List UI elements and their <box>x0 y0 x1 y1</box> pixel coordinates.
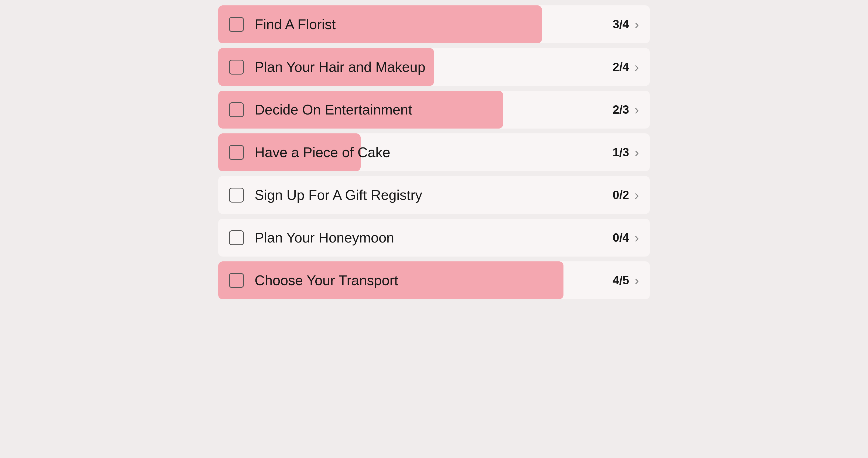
item-meta-cake: 1/3› <box>613 146 639 159</box>
item-label-transport: Choose Your Transport <box>255 272 613 288</box>
item-content-entertainment: Decide On Entertainment2/3› <box>218 102 650 118</box>
checklist-item-gift-registry[interactable]: Sign Up For A Gift Registry0/2› <box>218 176 650 214</box>
item-count-hair-makeup: 2/4 <box>613 60 629 74</box>
checkbox-hair-makeup[interactable] <box>229 60 244 75</box>
chevron-icon-honeymoon: › <box>634 231 639 245</box>
item-label-cake: Have a Piece of Cake <box>255 144 613 161</box>
checklist-container: Find A Florist3/4›Plan Your Hair and Mak… <box>218 5 650 299</box>
checkbox-transport[interactable] <box>229 273 244 288</box>
item-label-find-florist: Find A Florist <box>255 16 613 32</box>
item-count-cake: 1/3 <box>613 146 629 159</box>
item-count-entertainment: 2/3 <box>613 103 629 116</box>
chevron-icon-hair-makeup: › <box>634 60 639 74</box>
item-label-hair-makeup: Plan Your Hair and Makeup <box>255 59 613 75</box>
chevron-icon-gift-registry: › <box>634 188 639 202</box>
checklist-item-honeymoon[interactable]: Plan Your Honeymoon0/4› <box>218 219 650 257</box>
checkbox-entertainment[interactable] <box>229 102 244 117</box>
item-meta-transport: 4/5› <box>613 274 639 287</box>
checklist-item-cake[interactable]: Have a Piece of Cake1/3› <box>218 134 650 171</box>
chevron-icon-transport: › <box>634 274 639 287</box>
item-content-cake: Have a Piece of Cake1/3› <box>218 144 650 161</box>
item-count-find-florist: 3/4 <box>613 18 629 31</box>
chevron-icon-cake: › <box>634 146 639 159</box>
item-content-transport: Choose Your Transport4/5› <box>218 272 650 288</box>
item-meta-honeymoon: 0/4› <box>613 231 639 245</box>
checkbox-find-florist[interactable] <box>229 17 244 32</box>
checklist-item-hair-makeup[interactable]: Plan Your Hair and Makeup2/4› <box>218 48 650 86</box>
checkbox-cake[interactable] <box>229 145 244 160</box>
chevron-icon-entertainment: › <box>634 103 639 116</box>
item-content-honeymoon: Plan Your Honeymoon0/4› <box>218 230 650 246</box>
chevron-icon-find-florist: › <box>634 18 639 31</box>
item-content-find-florist: Find A Florist3/4› <box>218 16 650 32</box>
item-count-honeymoon: 0/4 <box>613 231 629 245</box>
item-label-gift-registry: Sign Up For A Gift Registry <box>255 187 613 203</box>
item-meta-find-florist: 3/4› <box>613 18 639 31</box>
item-meta-hair-makeup: 2/4› <box>613 60 639 74</box>
item-meta-entertainment: 2/3› <box>613 103 639 116</box>
item-meta-gift-registry: 0/2› <box>613 188 639 202</box>
checkbox-gift-registry[interactable] <box>229 188 244 203</box>
item-label-entertainment: Decide On Entertainment <box>255 102 613 118</box>
checklist-item-transport[interactable]: Choose Your Transport4/5› <box>218 261 650 299</box>
item-count-transport: 4/5 <box>613 274 629 287</box>
checkbox-honeymoon[interactable] <box>229 230 244 245</box>
item-content-hair-makeup: Plan Your Hair and Makeup2/4› <box>218 59 650 75</box>
checklist-item-entertainment[interactable]: Decide On Entertainment2/3› <box>218 91 650 128</box>
item-content-gift-registry: Sign Up For A Gift Registry0/2› <box>218 187 650 203</box>
item-count-gift-registry: 0/2 <box>613 188 629 202</box>
item-label-honeymoon: Plan Your Honeymoon <box>255 230 613 246</box>
checklist-item-find-florist[interactable]: Find A Florist3/4› <box>218 5 650 43</box>
